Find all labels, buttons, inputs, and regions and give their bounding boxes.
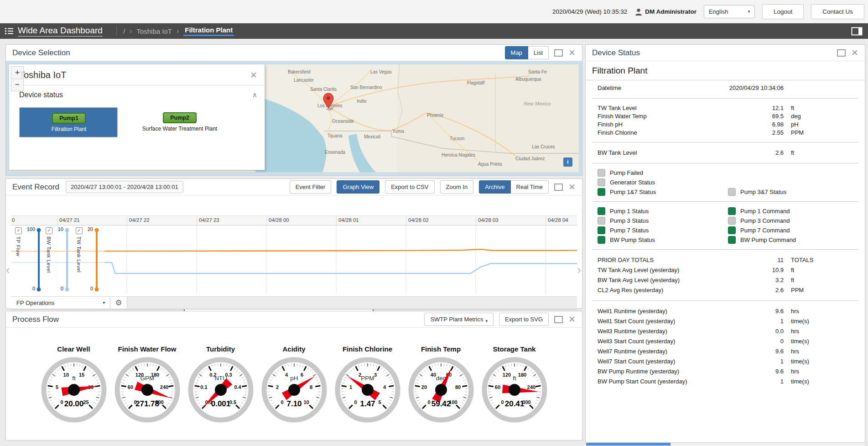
device-status-body: Datetime2020/04/29 10:34:06TW Tank Level…	[586, 80, 865, 442]
close-icon[interactable]: ✕	[568, 48, 576, 57]
gauge-tick-label: 0.4	[234, 384, 241, 390]
gear-icon[interactable]: ⚙	[110, 297, 127, 309]
app-title[interactable]: Wide Area Dashboard	[0, 26, 110, 37]
status-unit: time(s)	[784, 338, 816, 345]
breadcrumb-current[interactable]: Filtration Plant	[183, 26, 234, 36]
metrics-dropdown-button[interactable]: SWTP Plant Metrics▾	[424, 313, 494, 326]
device-tile-pump1[interactable]: Pump1Filtration Plant	[19, 107, 118, 137]
language-select[interactable]: English ▼	[704, 5, 755, 18]
status-unit: ft	[784, 267, 816, 273]
close-icon[interactable]: ✕	[568, 315, 576, 324]
gauge-title: Clear Well	[57, 345, 90, 353]
status-label: Finish pH	[598, 121, 760, 128]
map-city-label: Agua Prieta	[478, 162, 502, 167]
gauge-tick-label: 0	[281, 399, 283, 405]
status-row: Finish Chlorine2.55PPM	[598, 128, 816, 136]
event-record-panel: Event Record 2020/4/27 13:00:01 - 2020/4…	[5, 178, 582, 309]
horizontal-scrollbar-track[interactable]	[585, 443, 865, 446]
gauge-tick-label: 0	[354, 399, 357, 405]
maximize-icon[interactable]	[554, 49, 563, 57]
gauge-dial: 0.00.10.20.30.40.5NTU0.001	[187, 356, 255, 424]
event-filter-button[interactable]: Event Filter	[290, 180, 332, 194]
status-unit: time(s)	[784, 318, 816, 325]
gauge-tick-label: 10	[63, 372, 68, 378]
series-select[interactable]: FP Operations ▼	[11, 297, 110, 309]
map-info-button[interactable]: i	[563, 157, 572, 167]
status-unit: pH	[784, 121, 816, 128]
maximize-icon[interactable]	[554, 184, 563, 191]
gauge-unit: ft	[72, 375, 76, 382]
map-view-button[interactable]: Map	[505, 46, 528, 59]
scroll-left-icon[interactable]: ‹	[6, 264, 10, 276]
status-row: Well3 Start Count (yesterday)0time(s)	[598, 336, 816, 346]
event-record-body: 004/27 2104/27 2204/27 2304/28 0004/28 0…	[11, 195, 577, 309]
map-city-label: Tijuana	[327, 133, 343, 138]
gauge-value: 20.00	[64, 399, 83, 408]
contact-us-button[interactable]: Contact Us	[811, 4, 864, 19]
navbar-separator	[116, 26, 117, 36]
collapse-icon[interactable]: ∧	[252, 91, 257, 99]
logout-button[interactable]: Logout	[762, 4, 804, 19]
list-view-button[interactable]: List	[528, 46, 549, 59]
pump-button[interactable]: Pump2	[163, 112, 197, 123]
time-tick-label: 04/27 21	[59, 217, 80, 223]
date-range-picker[interactable]: 2020/4/27 13:00:01 - 2020/4/28 13:00:01	[66, 181, 183, 193]
indicator-label: Pump 3&7 Status	[740, 189, 786, 195]
device-group-title: Toshiba IoT	[19, 70, 66, 80]
axis-max-label: 20	[76, 226, 93, 232]
status-value: 11	[760, 257, 784, 263]
gauge-title: Finish Chlorine	[343, 345, 392, 353]
device-selection-header: Device Selection Map List ✕	[6, 45, 582, 61]
zoom-in-button[interactable]: Zoom In	[440, 180, 474, 194]
status-label: CL2 Avg Res (yesterday)	[598, 287, 760, 294]
status-light-on	[728, 207, 736, 215]
trend-chart[interactable]: ✓TP Flow1000✓BW Tank Level100✓TW Tank Le…	[11, 226, 577, 294]
status-label: Well3 Start Count (yesterday)	[598, 338, 760, 345]
close-icon[interactable]: ✕	[568, 183, 576, 191]
graph-view-button[interactable]: Graph View	[337, 180, 379, 194]
user-menu[interactable]: DM Administrator	[634, 8, 696, 16]
chevron-down-icon: ▾	[485, 319, 488, 323]
map-zoom-in-button[interactable]: +	[11, 66, 24, 79]
menu-list-icon[interactable]	[5, 27, 14, 35]
status-label: BW Tank Avg Level (yesterday)	[598, 277, 760, 283]
series-select-value: FP Operations	[16, 299, 55, 306]
horizontal-scrollbar-thumb[interactable]	[586, 443, 670, 446]
maximize-icon[interactable]	[837, 49, 846, 57]
status-row: Finish pH6.98pH	[598, 120, 816, 128]
breadcrumb-parent[interactable]: Toshiba IoT	[136, 27, 172, 35]
gauge-tick-label: 40	[430, 372, 436, 378]
gauge-tick-label: 2	[275, 384, 278, 390]
close-icon[interactable]: ✕	[851, 48, 858, 57]
status-label: BW Pump Runtime (yesterday)	[598, 368, 760, 375]
gauge-clear-well: Clear Well0510152025ft20.00	[37, 345, 110, 424]
real-time-button[interactable]: Real Time	[511, 180, 549, 194]
maximize-icon[interactable]	[554, 316, 563, 323]
status-label: Well3 Runtime (yesterday)	[598, 328, 760, 335]
status-label: BW Tank Level	[598, 149, 760, 156]
breadcrumb-root[interactable]: /	[123, 27, 125, 35]
export-svg-button[interactable]: Export to SVG	[499, 313, 549, 326]
device-tile-label: Filtration Plant	[52, 126, 87, 132]
pump-button[interactable]: Pump1	[52, 113, 86, 124]
divider	[592, 142, 858, 142]
panel-layout-toggle[interactable]	[851, 27, 868, 36]
status-value: 3.2	[760, 277, 784, 283]
gauge-row: Clear Well0510152025ft20.00Finish Water …	[6, 328, 582, 440]
gauge-tick-label: 6	[300, 372, 303, 378]
export-to-csv-button[interactable]: Export to CSV	[385, 180, 434, 194]
card-close-icon[interactable]: ✕	[250, 71, 257, 79]
device-tile-pump2[interactable]: Pump2Surface Water Treatment Plant	[135, 107, 224, 136]
app-title-label: Wide Area Dashboard	[18, 26, 103, 37]
gauge-tick-label: 240	[160, 384, 168, 390]
indicator-label: Pump 7 Command	[740, 227, 790, 234]
status-row: BW Pump Runtime (yesterday)9.6hrs	[598, 366, 816, 376]
status-unit: PPM	[784, 287, 816, 294]
map-city-label: Bakersfield	[288, 69, 310, 74]
status-row: Well7 Start Count (yesterday)1time(s)	[598, 356, 816, 366]
top-header: 2020/04/29 (Wed) 10:35:32 DM Administrat…	[0, 0, 868, 23]
gauge-tick-label: 240	[527, 384, 535, 390]
archive-button[interactable]: Archive	[479, 180, 510, 194]
map-zoom-out-button[interactable]: −	[11, 79, 24, 91]
scroll-right-icon[interactable]: ›	[577, 264, 581, 276]
